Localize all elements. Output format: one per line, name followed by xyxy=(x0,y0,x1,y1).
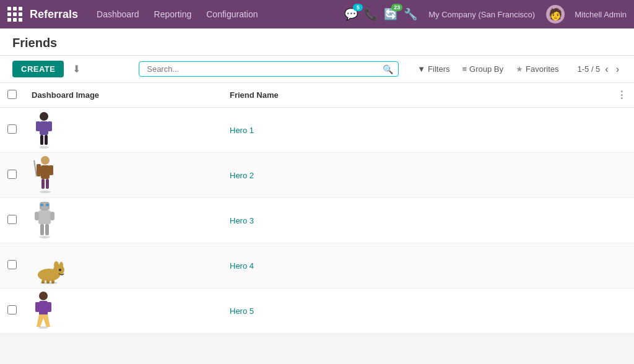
top-navbar: Referrals Dashboard Reporting Configurat… xyxy=(0,0,634,28)
pagination-info: 1-5 / 5 xyxy=(577,64,600,74)
actions-header[interactable]: ⋮ xyxy=(609,83,634,108)
friend-name-cell: Hero 4 xyxy=(222,243,609,288)
friends-table-container: Dashboard Image Friend Name ⋮ xyxy=(0,83,634,334)
svg-rect-8 xyxy=(41,165,50,179)
svg-rect-35 xyxy=(35,302,40,312)
nav-dashboard[interactable]: Dashboard xyxy=(90,7,145,22)
hero-figure xyxy=(32,247,215,284)
row-checkbox[interactable] xyxy=(7,124,17,134)
row-actions-cell xyxy=(609,288,634,334)
svg-rect-22 xyxy=(45,224,49,235)
friend-name-link[interactable]: Hero 5 xyxy=(230,306,254,316)
table-row: Hero 2 xyxy=(0,153,634,198)
friend-name-link[interactable]: Hero 4 xyxy=(230,261,254,271)
group-by-button[interactable]: ≡ Group By xyxy=(456,62,510,76)
svg-rect-13 xyxy=(46,179,49,189)
apps-menu-icon[interactable] xyxy=(7,7,22,22)
svg-rect-12 xyxy=(41,179,45,189)
friend-name-cell: Hero 2 xyxy=(222,153,609,198)
friend-name-cell: Hero 1 xyxy=(222,108,609,153)
row-checkbox[interactable] xyxy=(7,215,17,224)
hero-figure xyxy=(32,157,215,194)
create-button[interactable]: CREATE xyxy=(12,61,64,77)
settings-icon-btn[interactable]: 🔧 xyxy=(404,7,417,21)
svg-rect-16 xyxy=(40,204,43,206)
svg-rect-18 xyxy=(38,210,51,224)
friend-name-cell: Hero 3 xyxy=(222,198,609,243)
filters-button[interactable]: ▼ Filters xyxy=(411,62,456,76)
next-page-button[interactable]: › xyxy=(614,63,622,76)
svg-point-33 xyxy=(39,292,48,300)
svg-rect-3 xyxy=(48,121,52,131)
svg-rect-17 xyxy=(46,204,49,206)
activity-icon-btn[interactable]: 🔄 23 xyxy=(384,7,397,21)
select-all-checkbox[interactable] xyxy=(7,90,17,99)
svg-point-37 xyxy=(38,326,48,329)
svg-rect-36 xyxy=(47,302,51,312)
hero-image-cell xyxy=(24,288,222,334)
brand-logo: Referrals xyxy=(30,8,78,21)
friend-name-header: Friend Name xyxy=(222,83,609,108)
friend-name-link[interactable]: Hero 2 xyxy=(230,171,254,180)
svg-rect-2 xyxy=(36,121,40,131)
row-checkbox-cell[interactable] xyxy=(0,153,24,198)
hero-image-cell xyxy=(24,153,222,198)
svg-point-6 xyxy=(39,146,49,149)
phone-icon-btn[interactable]: 📞 xyxy=(364,7,378,21)
table-header-row: Dashboard Image Friend Name ⋮ xyxy=(0,83,634,108)
row-actions-cell xyxy=(609,108,634,153)
row-checkbox[interactable] xyxy=(7,305,17,314)
nav-reporting[interactable]: Reporting xyxy=(148,7,198,22)
hero-image-cell xyxy=(24,198,222,243)
filter-icon: ▼ xyxy=(417,64,425,74)
table-row: Hero 5 xyxy=(0,288,634,334)
row-checkbox[interactable] xyxy=(7,170,17,179)
user-avatar[interactable]: 🧑 xyxy=(546,5,565,24)
friends-table: Dashboard Image Friend Name ⋮ xyxy=(0,83,634,334)
search-icon[interactable]: 🔍 xyxy=(383,64,393,74)
row-actions-cell xyxy=(609,198,634,243)
svg-point-0 xyxy=(40,112,48,121)
star-icon: ★ xyxy=(516,64,523,74)
page-title: Friends xyxy=(12,36,622,50)
group-by-label: Group By xyxy=(469,64,503,74)
select-all-header[interactable] xyxy=(0,83,24,108)
svg-rect-9 xyxy=(37,164,41,176)
svg-rect-4 xyxy=(40,135,43,145)
company-name: My Company (San Francisco) xyxy=(428,10,535,19)
svg-rect-19 xyxy=(35,212,39,220)
row-checkbox-cell[interactable] xyxy=(0,108,24,153)
page-header: Friends xyxy=(0,28,634,56)
activity-badge: 23 xyxy=(391,4,402,11)
friend-name-link[interactable]: Hero 3 xyxy=(230,216,254,225)
svg-point-26 xyxy=(54,261,59,269)
svg-point-28 xyxy=(59,269,61,271)
nav-configuration[interactable]: Configuration xyxy=(200,7,264,22)
row-actions-cell xyxy=(609,153,634,198)
column-options-icon[interactable]: ⋮ xyxy=(617,90,627,100)
svg-line-10 xyxy=(34,160,37,176)
row-checkbox-cell[interactable] xyxy=(0,198,24,243)
filter-bar: ▼ Filters ≡ Group By ★ Favorites xyxy=(411,62,565,76)
favorites-label: Favorites xyxy=(526,64,558,74)
friend-name-link[interactable]: Hero 1 xyxy=(230,126,254,135)
chat-badge: 5 xyxy=(353,4,363,11)
search-input[interactable] xyxy=(144,63,383,75)
svg-point-23 xyxy=(39,236,50,238)
row-checkbox-cell[interactable] xyxy=(0,288,24,334)
svg-rect-11 xyxy=(49,165,53,175)
download-icon-btn[interactable]: ⬇ xyxy=(69,61,84,77)
hero-image-cell xyxy=(24,243,222,288)
row-checkbox[interactable] xyxy=(7,260,17,269)
chat-icon-btn[interactable]: 💬 5 xyxy=(344,7,358,21)
prev-page-button[interactable]: ‹ xyxy=(602,63,610,76)
favorites-button[interactable]: ★ Favorites xyxy=(510,62,565,76)
svg-rect-21 xyxy=(40,224,44,235)
user-name: Mitchell Admin xyxy=(575,10,627,19)
svg-rect-34 xyxy=(39,301,48,316)
toolbar: CREATE ⬇ 🔍 ▼ Filters ≡ Group By ★ Favori… xyxy=(0,56,634,83)
row-checkbox-cell[interactable] xyxy=(0,243,24,288)
hero-figure xyxy=(32,202,215,239)
svg-rect-5 xyxy=(45,135,48,145)
group-by-icon: ≡ xyxy=(462,64,467,74)
